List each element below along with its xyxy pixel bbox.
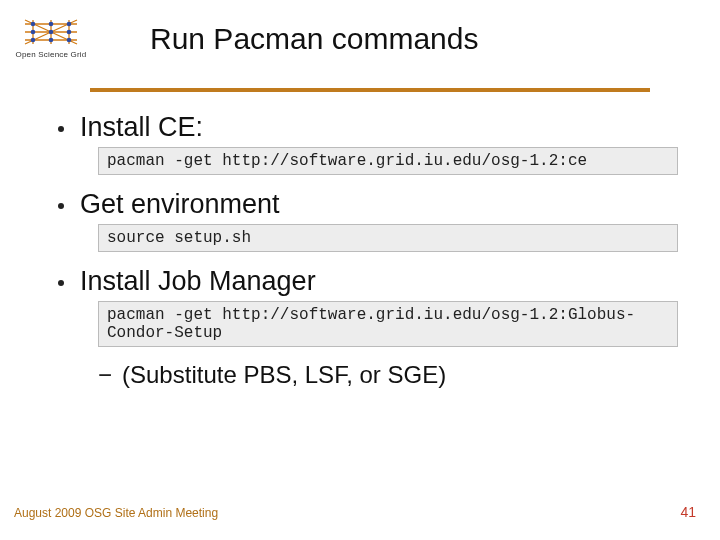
svg-point-8 [31,22,36,27]
bullet-dot-icon [58,280,64,286]
bullet-item: Get environment [58,189,680,220]
page-number: 41 [680,504,696,520]
svg-point-13 [67,30,72,35]
logo-label: Open Science Grid [12,50,90,59]
dash-icon: − [98,361,112,389]
bullet-label: Install Job Manager [80,266,316,297]
osg-logo-icon [23,18,79,48]
svg-point-16 [67,38,72,43]
title-divider [90,88,650,92]
sub-bullet-label: (Substitute PBS, LSF, or SGE) [122,361,446,389]
svg-point-9 [49,22,54,27]
code-block: pacman -get http://software.grid.iu.edu/… [98,147,678,175]
svg-point-11 [31,30,36,35]
svg-point-12 [49,30,54,35]
svg-point-10 [67,22,72,27]
footer-text: August 2009 OSG Site Admin Meeting [14,506,218,520]
svg-point-15 [49,38,54,43]
code-block: source setup.sh [98,224,678,252]
bullet-dot-icon [58,126,64,132]
slide-title: Run Pacman commands [150,22,478,56]
code-block: pacman -get http://software.grid.iu.edu/… [98,301,678,347]
bullet-item: Install CE: [58,112,680,143]
bullet-label: Get environment [80,189,280,220]
sub-bullet-item: − (Substitute PBS, LSF, or SGE) [98,361,680,389]
bullet-item: Install Job Manager [58,266,680,297]
content-area: Install CE: pacman -get http://software.… [58,112,680,389]
bullet-dot-icon [58,203,64,209]
bullet-label: Install CE: [80,112,203,143]
svg-point-14 [31,38,36,43]
logo-block: Open Science Grid [12,18,90,59]
header: Open Science Grid Run Pacman commands [0,0,720,59]
